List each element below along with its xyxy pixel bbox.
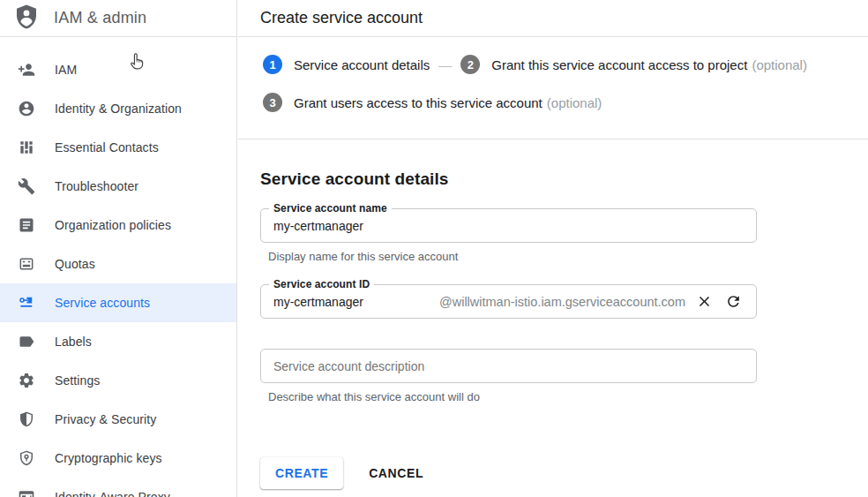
- sidebar-item-label: Identity-Aware Proxy: [55, 490, 170, 497]
- id-field-group: Service account ID @willwitman-istio.iam…: [260, 284, 757, 319]
- sidebar-item-settings[interactable]: Settings: [0, 361, 236, 400]
- description-field-helper: Describe what this service account will …: [268, 390, 757, 403]
- sidebar-nav: IAM Identity & Organization Essential Co…: [0, 37, 236, 497]
- description-field-group: Describe what this service account will …: [260, 349, 757, 403]
- person-add-icon: [17, 60, 36, 79]
- service-account-id-field[interactable]: Service account ID @willwitman-istio.iam…: [260, 284, 757, 319]
- label-tag-icon: [17, 332, 36, 351]
- sidebar-item-label: Privacy & Security: [55, 412, 156, 426]
- step-3-optional: (optional): [547, 95, 602, 110]
- sidebar-item-label: Quotas: [55, 257, 95, 271]
- sidebar-header: IAM & admin: [0, 0, 236, 37]
- quota-album-icon: [17, 254, 36, 274]
- sidebar-item-label: Identity & Organization: [55, 102, 182, 116]
- service-account-name-field[interactable]: Service account name: [260, 208, 757, 243]
- iam-admin-shield-icon: [13, 4, 40, 34]
- service-account-form: Service account details Service account …: [238, 139, 868, 489]
- account-circle-icon: [17, 99, 36, 118]
- step-2-circle: 2: [460, 55, 480, 74]
- sidebar-item-essential-contacts[interactable]: Essential Contacts: [0, 128, 236, 167]
- proxy-card-icon: [17, 487, 36, 497]
- name-field-group: Service account name Display name for th…: [260, 208, 757, 263]
- step-3-label: Grant users access to this service accou…: [294, 95, 602, 110]
- name-field-helper: Display name for this service account: [268, 250, 757, 263]
- name-field-label: Service account name: [269, 202, 392, 215]
- form-actions: CREATE CANCEL: [260, 457, 868, 489]
- step-2-label-text: Grant this service account access to pro…: [491, 57, 747, 72]
- service-account-name-input[interactable]: [273, 219, 744, 233]
- sidebar-item-label: Settings: [55, 373, 100, 388]
- sidebar-item-label: Organization policies: [55, 218, 171, 232]
- service-account-id-input[interactable]: [273, 295, 404, 309]
- sidebar-item-label: Cryptographic keys: [55, 451, 162, 465]
- sidebar: IAM & admin IAM Identity & Organization …: [0, 0, 237, 497]
- sidebar-item-organization-policies[interactable]: Organization policies: [0, 206, 236, 245]
- sidebar-item-labels[interactable]: Labels: [0, 322, 236, 361]
- sidebar-item-label: Troubleshooter: [55, 179, 138, 193]
- stepper-row-2: 3 Grant users access to this service acc…: [263, 93, 850, 112]
- step-connector: —: [438, 57, 452, 72]
- sidebar-item-service-accounts[interactable]: Service accounts: [0, 283, 236, 322]
- close-icon[interactable]: [693, 291, 715, 313]
- gear-icon: [17, 371, 36, 390]
- sidebar-item-label: Essential Contacts: [55, 140, 159, 154]
- step-2-optional: (optional): [752, 57, 807, 72]
- sidebar-item-identity-organization[interactable]: Identity & Organization: [0, 89, 236, 128]
- stepper: 1 Service account details — 2 Grant this…: [238, 37, 868, 139]
- shield-key-icon: [17, 448, 36, 468]
- create-button[interactable]: CREATE: [260, 457, 343, 489]
- section-title: Service account details: [260, 169, 868, 189]
- stepper-row-1: 1 Service account details — 2 Grant this…: [263, 55, 850, 74]
- sidebar-item-iam[interactable]: IAM: [0, 50, 236, 89]
- sidebar-item-identity-aware-proxy[interactable]: Identity-Aware Proxy: [0, 478, 236, 497]
- step-1-label: Service account details: [294, 57, 430, 72]
- id-field-label: Service account ID: [269, 278, 374, 290]
- sidebar-item-troubleshooter[interactable]: Troubleshooter: [0, 167, 236, 206]
- service-account-description-input[interactable]: [273, 359, 744, 373]
- cancel-button[interactable]: CANCEL: [369, 466, 423, 480]
- step-3-circle: 3: [263, 93, 282, 112]
- service-account-description-field[interactable]: [260, 349, 757, 383]
- main-content: Create service account 1 Service account…: [238, 0, 868, 497]
- step-3-label-text: Grant users access to this service accou…: [294, 95, 542, 110]
- page-header: Create service account: [238, 0, 868, 37]
- sidebar-item-label: Labels: [55, 335, 92, 349]
- step-2-label: Grant this service account access to pro…: [491, 57, 807, 72]
- sidebar-item-privacy-security[interactable]: Privacy & Security: [0, 400, 236, 439]
- service-account-key-icon: [17, 293, 36, 313]
- wrench-icon: [17, 177, 36, 196]
- sidebar-item-quotas[interactable]: Quotas: [0, 245, 236, 283]
- id-domain-suffix: @willwitman-istio.iam.gserviceaccount.co…: [439, 295, 685, 309]
- page-title: Create service account: [260, 9, 423, 27]
- app-title: IAM & admin: [54, 9, 146, 27]
- contacts-bars-icon: [17, 138, 36, 157]
- step-1-circle: 1: [263, 55, 282, 74]
- refresh-icon[interactable]: [722, 291, 744, 313]
- document-icon: [17, 215, 36, 235]
- sidebar-item-cryptographic-keys[interactable]: Cryptographic keys: [0, 439, 236, 478]
- sidebar-item-label: Service accounts: [55, 296, 150, 310]
- shield-half-icon: [17, 410, 36, 429]
- sidebar-item-label: IAM: [55, 63, 77, 77]
